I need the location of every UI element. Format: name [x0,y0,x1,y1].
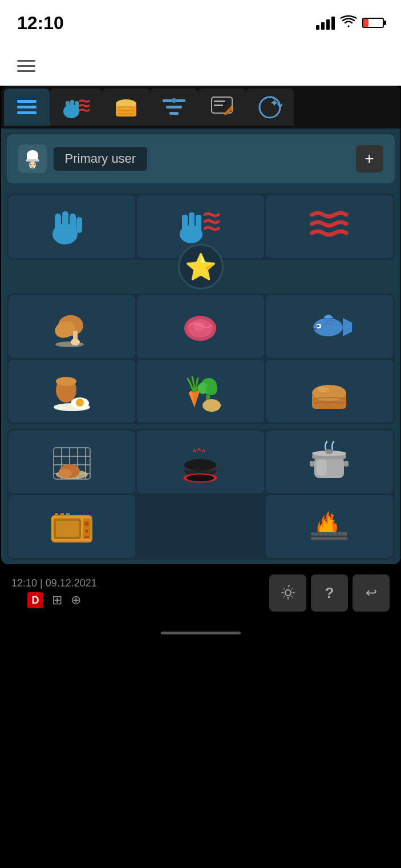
star-icon: ⭐ [185,252,217,282]
svg-point-15 [172,98,176,103]
svg-point-75 [187,475,214,481]
help-button[interactable]: ? [311,574,348,612]
signal-icon [316,17,335,30]
category-bread[interactable] [266,360,393,423]
svg-rect-13 [166,106,182,108]
bottom-indicators: D ⊞ ⊕ [27,592,81,608]
back-icon: ↩ [366,585,377,601]
indicator-wifi-icon: ⊞ [52,593,62,608]
svg-point-59 [318,387,329,392]
bottom-info: 12:10 | 09.12.2021 D ⊞ ⊕ [11,577,97,608]
wifi-icon [341,15,357,31]
cooking-pot[interactable] [266,431,393,493]
svg-rect-32 [182,215,188,234]
svg-rect-29 [70,214,76,234]
svg-point-90 [85,529,88,533]
chef-avatar [18,144,47,173]
svg-rect-94 [66,513,70,516]
svg-point-39 [55,341,84,347]
svg-rect-11 [118,113,134,115]
cooking-methods-section [7,429,395,560]
svg-point-73 [184,459,216,471]
help-icon: ? [325,584,334,602]
svg-point-54 [206,384,217,395]
cooking-grid-bottom [9,495,393,558]
cooking-microwave[interactable] [9,495,136,558]
svg-rect-2 [17,111,37,114]
category-vegetables[interactable] [137,360,264,423]
svg-rect-9 [118,106,134,108]
svg-point-24 [30,164,31,165]
svg-rect-87 [56,521,79,537]
category-fish[interactable] [266,295,393,358]
svg-rect-34 [196,215,201,234]
favorites-button[interactable]: ⭐ [178,244,224,290]
hamburger-bar [0,46,401,86]
svg-rect-82 [310,461,314,467]
food-groups-section [7,294,395,424]
svg-rect-93 [60,513,64,516]
tab-edit[interactable] [198,89,246,126]
home-indicator [0,621,401,644]
tab-bread[interactable] [102,89,150,126]
svg-point-107 [285,590,291,596]
cooking-empty [137,495,264,558]
svg-point-25 [34,164,35,165]
svg-rect-30 [76,217,82,233]
status-icons [316,15,384,31]
cooking-frying-pan[interactable] [137,431,264,493]
svg-point-89 [84,521,89,526]
tab-menu[interactable] [4,89,50,126]
svg-rect-91 [84,536,89,538]
star-overlay: ⭐ [7,244,395,290]
svg-point-42 [193,322,205,331]
svg-point-51 [76,399,84,407]
svg-rect-81 [326,449,333,454]
user-name-text: Primary user [65,151,136,166]
svg-rect-78 [317,460,327,476]
settings-button[interactable] [269,574,306,612]
tab-filter[interactable] [150,89,198,126]
user-header: Primary user + [7,134,395,183]
back-button[interactable]: ↩ [353,574,390,612]
content-area: ⭐ [1,189,400,564]
status-time: 12:10 [17,13,64,34]
tab-auto[interactable] [246,89,294,126]
add-user-button[interactable]: + [356,145,383,172]
svg-rect-33 [189,212,195,234]
home-bar [161,632,241,634]
hamburger-menu-button[interactable] [17,60,35,72]
svg-rect-10 [118,110,134,111]
svg-point-70 [58,469,72,478]
indicator-d-badge: D [27,592,43,608]
tab-cooking[interactable] [50,89,102,126]
bottom-status-bar: 12:10 | 09.12.2021 D ⊞ ⊕ ? ↩ [0,564,401,621]
svg-rect-92 [55,513,58,516]
svg-rect-22 [26,159,39,162]
svg-rect-6 [75,101,79,112]
svg-rect-14 [169,112,179,115]
category-meat[interactable] [137,295,264,358]
status-bar: 12:10 [0,0,401,46]
cooking-grill[interactable] [266,495,393,558]
user-info: Primary user [18,144,148,173]
bottom-datetime: 12:10 | 09.12.2021 [11,577,97,589]
svg-rect-5 [70,100,74,112]
category-poultry[interactable] [9,295,136,358]
svg-rect-1 [17,106,37,108]
bottom-buttons: ? ↩ [269,574,390,612]
user-name-badge: Primary user [54,147,148,171]
app-container: Primary user + [1,86,400,564]
cooking-grid-top [9,431,393,493]
svg-rect-27 [55,214,61,234]
category-eggs-dairy[interactable] [9,360,136,423]
svg-rect-83 [344,461,349,467]
indicator-signal-icon: ⊕ [71,593,81,608]
svg-rect-4 [66,101,70,112]
svg-rect-76 [216,468,223,471]
svg-rect-18 [214,105,223,106]
food-grid [9,295,393,423]
svg-point-56 [202,399,221,412]
svg-point-46 [317,325,319,327]
cooking-oven[interactable] [9,431,136,493]
